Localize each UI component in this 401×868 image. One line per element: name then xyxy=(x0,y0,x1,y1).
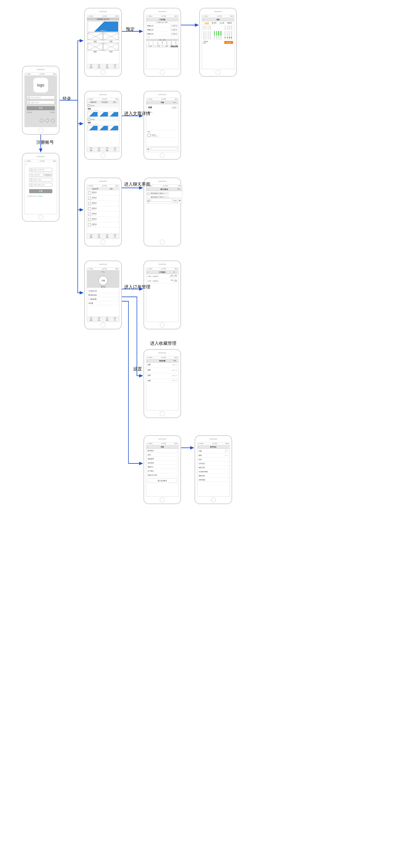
shop-row[interactable]: 网咖分店−0+ xyxy=(146,24,178,28)
seat[interactable] xyxy=(220,38,222,40)
seat[interactable] xyxy=(231,26,232,27)
register-link[interactable]: 立即注册 xyxy=(50,112,55,113)
seat[interactable] xyxy=(225,33,226,34)
seat[interactable] xyxy=(208,37,209,38)
comment-input[interactable] xyxy=(151,147,178,150)
tab-forum[interactable]: 论坛 xyxy=(98,64,100,68)
seat[interactable] xyxy=(214,34,215,35)
seat[interactable] xyxy=(227,38,228,40)
seat[interactable] xyxy=(220,36,222,37)
seat[interactable] xyxy=(208,38,209,40)
seat[interactable] xyxy=(209,36,211,37)
seat[interactable] xyxy=(227,29,228,30)
settings-item[interactable]: 意见反馈› xyxy=(146,461,178,465)
seat[interactable] xyxy=(203,29,205,30)
tab-home[interactable]: 首页 xyxy=(90,64,92,68)
seat[interactable] xyxy=(214,37,215,38)
seat[interactable] xyxy=(225,34,226,35)
get-code-button[interactable]: 获取验证码 xyxy=(44,173,52,177)
seat[interactable] xyxy=(208,29,209,30)
seat[interactable] xyxy=(203,37,205,38)
tos-link[interactable]: 《用户协议》 xyxy=(36,196,44,197)
settings-item[interactable]: 账号安全› xyxy=(146,449,178,453)
tile-recharge[interactable] xyxy=(104,33,118,40)
wechat-icon[interactable] xyxy=(46,119,49,122)
fav-row[interactable]: 标题1162016-7-16 xyxy=(146,373,178,379)
seat[interactable] xyxy=(209,38,211,40)
time-slot[interactable]: 14:00 xyxy=(147,45,154,47)
seat[interactable] xyxy=(225,31,226,33)
seat[interactable] xyxy=(203,31,205,33)
seat[interactable] xyxy=(218,38,219,40)
seat[interactable] xyxy=(216,38,218,40)
seat[interactable] xyxy=(220,34,222,35)
order-row[interactable]: 订单号：12345678 价格：30元待消费 xyxy=(146,279,178,283)
seat[interactable] xyxy=(229,29,230,30)
security-item[interactable]: 昵称XXX › xyxy=(197,454,229,458)
back-button[interactable]: ‹ xyxy=(25,162,57,166)
seat[interactable] xyxy=(229,34,230,35)
message-row[interactable]: 用户名用户名 xyxy=(87,190,119,196)
message-row[interactable]: 用户名用户名 xyxy=(87,201,119,206)
seat[interactable] xyxy=(216,31,218,33)
seat[interactable] xyxy=(225,37,226,38)
seat[interactable] xyxy=(209,34,211,35)
seat[interactable] xyxy=(218,37,219,38)
seat[interactable] xyxy=(229,26,230,27)
seat[interactable] xyxy=(205,36,207,37)
pwd2-input[interactable]: 请再次确认密码 xyxy=(29,183,52,187)
post-card[interactable]: 用户名 标题XXX（人）正在讨论 xyxy=(87,104,119,117)
seat[interactable] xyxy=(209,27,211,29)
settings-item[interactable]: 清除缓存› xyxy=(146,457,178,461)
back-button[interactable]: ‹ xyxy=(147,19,151,20)
plus-icon[interactable]: + xyxy=(175,25,177,27)
seat[interactable] xyxy=(209,26,211,27)
qq-icon[interactable] xyxy=(40,119,44,122)
plus-icon[interactable]: + xyxy=(178,198,181,203)
seat[interactable] xyxy=(205,31,207,33)
seat[interactable] xyxy=(229,37,230,38)
seat[interactable] xyxy=(227,27,228,29)
seat[interactable] xyxy=(214,38,215,40)
seat[interactable] xyxy=(216,34,218,35)
settings-item[interactable]: 给我们打分吧› xyxy=(146,473,178,477)
settings-item[interactable]: 帮助中心› xyxy=(146,465,178,469)
message-row[interactable]: 用户名用户名 xyxy=(87,206,119,212)
settings-item[interactable]: 自动› xyxy=(146,453,178,457)
seat[interactable] xyxy=(208,36,209,37)
seat[interactable] xyxy=(209,31,211,33)
order-row[interactable]: 订单号：12345678 价格：30元状态：进行中 xyxy=(146,274,178,279)
banner-image[interactable] xyxy=(88,21,118,32)
security-item[interactable]: 修改密码 › xyxy=(197,474,229,478)
message-row[interactable]: 用户名用户名 xyxy=(87,196,119,201)
seat[interactable] xyxy=(208,31,209,33)
seat[interactable] xyxy=(203,27,205,29)
security-item[interactable]: 性别 › xyxy=(197,458,229,462)
seat[interactable] xyxy=(205,38,207,40)
seat[interactable] xyxy=(214,36,215,37)
fav-row[interactable]: 标题1162016-7-16 xyxy=(146,363,178,368)
seat[interactable] xyxy=(208,26,209,27)
seat[interactable] xyxy=(227,37,228,38)
seat[interactable] xyxy=(231,29,232,30)
confirm-seat-button[interactable]: 确认选座 xyxy=(224,41,233,44)
seat[interactable] xyxy=(203,34,205,35)
forgot-link[interactable]: 忘记密码? xyxy=(27,112,32,113)
seat[interactable] xyxy=(227,26,228,27)
seat-map[interactable] xyxy=(202,25,234,40)
tile-reserve[interactable] xyxy=(88,33,103,40)
login-button[interactable]: 登录 xyxy=(27,106,55,110)
shop-row[interactable]: 网咖分店−0+ xyxy=(146,32,178,36)
time-slot-active[interactable]: 19:30 xyxy=(171,45,178,47)
seat[interactable] xyxy=(208,34,209,35)
message-row[interactable]: 用户名用户名 xyxy=(87,222,119,228)
seat[interactable] xyxy=(225,36,226,37)
seat[interactable] xyxy=(227,34,228,35)
seat[interactable] xyxy=(209,29,211,30)
seat[interactable] xyxy=(231,37,232,38)
seat[interactable] xyxy=(209,33,211,34)
seat[interactable] xyxy=(203,26,205,27)
code-input[interactable]: 请输入验证码 xyxy=(29,173,44,177)
tab-profile[interactable]: 个人 xyxy=(114,64,116,68)
post-card[interactable]: 用户名 标题XXX（人）正在讨论 xyxy=(87,117,119,131)
